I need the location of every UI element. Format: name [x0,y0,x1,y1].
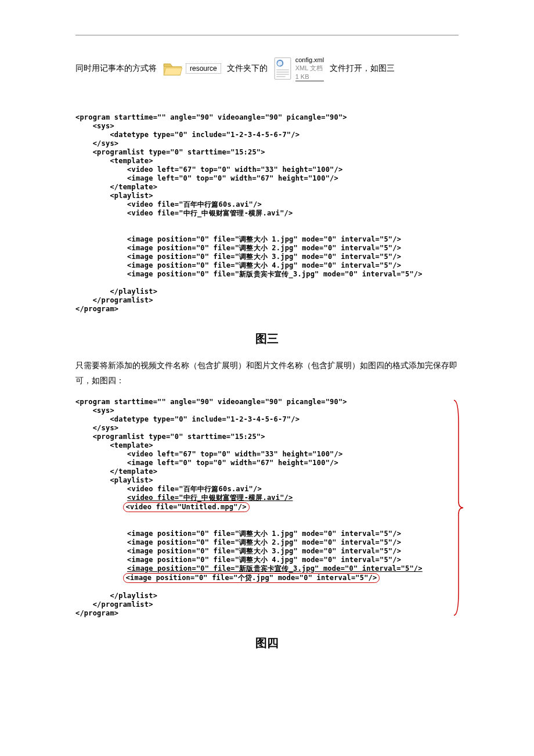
file-type: XML 文档 [295,64,324,72]
resource-folder-icon: resource [163,60,221,77]
highlight-new-video: <video file="Untitled.mpg"/> [123,502,250,512]
intro-line: 同时用记事本的方式将 resource 文件夹下的 conf [75,56,459,81]
file-meta: config.xml XML 文档 1 KB [295,56,324,81]
highlight-new-image: <image position="0" file="个贷.jpg" mode="… [123,573,380,583]
folder-icon [163,60,183,77]
intro-text-3: 文件打开，如图三 [330,63,395,74]
code-block-1: <program starttime="" angle="90" videoan… [75,113,459,314]
right-curly-bracket [453,398,464,618]
intro-text-1: 同时用记事本的方式将 [75,63,157,74]
code-block-2: <program starttime="" angle="90" videoan… [75,398,459,618]
caption-1: 图三 [75,331,459,347]
underlined-video-line: <video file="中行_中银财富管理-横屏.avi"/> [127,494,293,502]
file-size: 1 KB [295,73,324,81]
paragraph-1: 只需要将新添加的视频文件名称（包含扩展明）和图片文件名称（包含扩展明）如图四的格… [75,358,459,389]
code-block-2-wrap: <program starttime="" angle="90" videoan… [75,398,459,618]
svg-rect-5 [276,76,285,77]
svg-rect-2 [276,69,289,70]
intro-text-2: 文件夹下的 [227,63,268,74]
folder-label: resource [186,63,221,74]
file-name: config.xml [295,56,324,64]
config-file-icon: config.xml XML 文档 1 KB [273,56,324,81]
svg-point-1 [277,60,283,66]
document-icon [273,57,292,80]
svg-rect-4 [276,74,289,75]
underlined-image-line: <image position="0" file="新版贵宾卡宣传_3.jpg"… [127,564,423,573]
caption-2: 图四 [75,635,459,651]
svg-rect-3 [276,71,289,73]
page-divider [75,35,459,35]
